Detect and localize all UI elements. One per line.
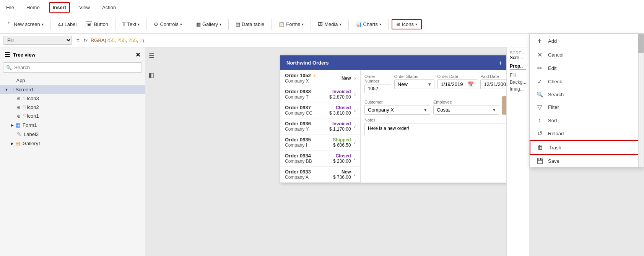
- charts-button[interactable]: 📊 Charts ▾: [352, 20, 385, 29]
- menu-file[interactable]: File: [3, 3, 17, 12]
- sort-icon: ↕: [536, 117, 543, 124]
- notes-input[interactable]: Here is a new order!: [364, 123, 520, 135]
- tree-item-app[interactable]: □ App: [0, 76, 145, 85]
- cancel-icon: ✕: [536, 51, 543, 58]
- search-icon: 🔍: [6, 65, 12, 70]
- toolbar: + New screen ▾ 🏷 Label ▣ Button T Text ▾…: [0, 15, 644, 34]
- menu-bar: File Home Insert View Action: [0, 0, 644, 15]
- tree-item-form1[interactable]: ▶ ▦ Form1: [0, 120, 145, 130]
- tree-item-icon1[interactable]: ⊕ ♡ Icon1: [0, 112, 145, 120]
- button-button[interactable]: ▣ Button: [82, 20, 112, 29]
- expand-icon-form1[interactable]: ▶: [11, 123, 14, 127]
- dropdown-scrollbar[interactable]: [638, 47, 644, 167]
- order-date-value: 1/19/2019: [441, 81, 463, 87]
- expand-icon-screen1[interactable]: ▼: [5, 87, 8, 92]
- dropdown-item-search[interactable]: 🔍 Search: [530, 88, 644, 100]
- orders-panel: Northwind Orders + ✕ ✓ Order 1052 ⚠: [280, 55, 525, 183]
- fx-button[interactable]: fx: [84, 38, 88, 43]
- menu-action[interactable]: Action: [99, 3, 119, 12]
- order-status-input[interactable]: New ▾: [394, 79, 434, 89]
- tree-item-screen1[interactable]: ▼ □ Screen1: [0, 85, 145, 94]
- tree-item-gallery1[interactable]: ▶ ▤ Gallery1: [0, 139, 145, 148]
- close-icon[interactable]: ✕: [135, 51, 140, 58]
- dropdown-label-filter: Filter: [548, 104, 559, 110]
- order-number-input[interactable]: 1052: [364, 84, 391, 93]
- employee-input[interactable]: Costa ▾: [433, 105, 499, 115]
- property-select[interactable]: Fill: [3, 36, 72, 45]
- order-row-0933[interactable]: Order 0933 Company A New $ 736.00 ›: [280, 167, 360, 183]
- tree-label-label3: Label3: [24, 131, 39, 137]
- order-row-0936[interactable]: Order 0936 Company Y Invoiced $ 1,170.00…: [280, 118, 360, 134]
- paid-date-value: 12/31/2001: [484, 81, 509, 87]
- check-icon: ✓: [536, 78, 543, 85]
- new-screen-icon: +: [7, 22, 12, 27]
- divider-5: [228, 19, 229, 30]
- tree-label-icon1: Icon1: [27, 113, 39, 119]
- icon3-heart: ♡: [23, 96, 27, 101]
- dropdown-label-save: Save: [548, 158, 559, 164]
- notes-label: Notes: [364, 118, 520, 122]
- order-row-1052[interactable]: Order 1052 ⚠ Company X New ›: [280, 70, 360, 86]
- search-icon-dd: 🔍: [536, 91, 543, 97]
- canvas-area: ☰ ◧ Northwind Orders + ✕ ✓: [145, 47, 644, 256]
- chevron-icon-0934: ›: [354, 156, 356, 161]
- order-status-0933: New: [324, 169, 351, 175]
- chevron-down-icon: ▾: [42, 22, 44, 26]
- dropdown-arrow-customer: ▾: [424, 107, 427, 113]
- detail-row-1: Order Number 1052 Order Status New ▾ Ord…: [364, 74, 520, 93]
- chevron-icon-0938: ›: [354, 91, 356, 97]
- media-button[interactable]: 🖼 Media ▾: [314, 20, 345, 29]
- orders-add-button[interactable]: +: [499, 59, 502, 66]
- menu-insert[interactable]: Insert: [49, 2, 70, 13]
- dropdown-item-check[interactable]: ✓ Check: [530, 75, 644, 88]
- menu-view[interactable]: View: [76, 3, 93, 12]
- menu-home[interactable]: Home: [23, 3, 43, 12]
- order-row-0937[interactable]: Order 0937 Company CC Closed $ 3,810.00 …: [280, 102, 360, 118]
- orders-body: Order 1052 ⚠ Company X New › O: [280, 70, 524, 183]
- divider-3: [146, 19, 147, 30]
- label-button[interactable]: 🏷 Label: [54, 20, 81, 29]
- layers-icon[interactable]: ☰: [147, 50, 156, 61]
- icons-button[interactable]: ⊕ Icons ▾: [392, 19, 422, 29]
- icon1-icon: ⊕: [17, 113, 21, 119]
- dropdown-item-save[interactable]: 💾 Save: [530, 155, 644, 167]
- order-amount-0938: $ 2,870.00: [324, 94, 351, 100]
- icons-icon: ⊕: [396, 21, 400, 27]
- data-table-button[interactable]: ▤ Data table: [232, 20, 268, 29]
- dropdown-item-edit[interactable]: ✏ Edit: [530, 62, 644, 75]
- dropdown-item-cancel[interactable]: ✕ Cancel: [530, 48, 644, 62]
- order-date-input[interactable]: 1/19/2019 📅: [437, 79, 478, 89]
- order-company-0935: Company I: [285, 143, 324, 148]
- divider-6: [271, 19, 272, 30]
- order-row-0938[interactable]: Order 0938 Company T Invoiced $ 2,870.00…: [280, 86, 360, 102]
- main-layout: ☰ Tree view ✕ 🔍 □ App ▼ □ Screen1: [0, 47, 644, 256]
- order-status-0935: Shipped: [324, 137, 351, 143]
- forms-button[interactable]: 📋 Forms ▾: [275, 20, 307, 29]
- tree-item-icon2[interactable]: ⊕ ♡ Icon2: [0, 103, 145, 112]
- search-input[interactable]: [3, 62, 142, 73]
- chevron-down-icon-icons: ▾: [415, 22, 417, 26]
- notes-field: Notes Here is a new order!: [364, 118, 520, 135]
- divider-4: [189, 19, 189, 30]
- reload-icon: ↺: [536, 130, 543, 137]
- expand-icon-gallery1[interactable]: ▶: [11, 141, 14, 146]
- tree-item-icon3[interactable]: ⊕ ♡ Icon3: [0, 94, 145, 103]
- order-row-0934[interactable]: Order 0934 Company BB Closed $ 230.00 ›: [280, 151, 360, 167]
- gallery-button[interactable]: ▦ Gallery ▾: [192, 20, 225, 29]
- dropdown-item-reload[interactable]: ↺ Reload: [530, 127, 644, 140]
- customer-input[interactable]: Company X ▾: [364, 105, 430, 115]
- controls-button[interactable]: ⚙ Controls ▾: [150, 20, 185, 29]
- dropdown-item-filter[interactable]: ▽ Filter: [530, 100, 644, 114]
- order-row-0935[interactable]: Order 0935 Company I Shipped $ 606.50 ›: [280, 134, 360, 151]
- icon1-heart: ♡: [23, 113, 27, 118]
- dropdown-item-trash[interactable]: 🗑 Trash: [530, 140, 644, 155]
- dropdown-item-sort[interactable]: ↕ Sort: [530, 114, 644, 127]
- order-amount-0934: $ 230.00: [324, 159, 351, 164]
- components-icon[interactable]: ◧: [147, 70, 156, 80]
- dropdown-scroll-thumb: [638, 47, 644, 53]
- text-button[interactable]: T Text ▾: [119, 20, 143, 29]
- order-number-0935: Order 0935: [285, 137, 324, 143]
- order-number-field: Order Number 1052: [364, 74, 391, 93]
- tree-item-label3[interactable]: ✎ Label3: [0, 130, 145, 139]
- new-screen-button[interactable]: + New screen ▾: [3, 20, 47, 29]
